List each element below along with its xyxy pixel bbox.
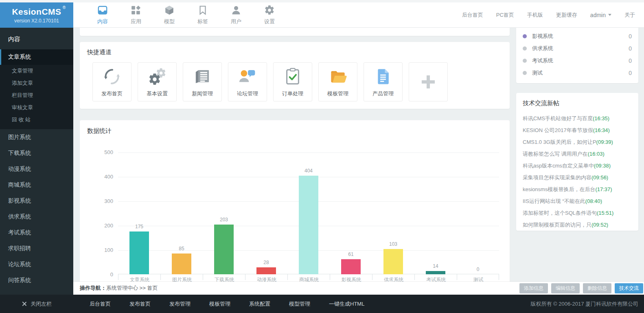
post-time: (08:40) [585, 198, 602, 204]
bar-group[interactable]: 14 [414, 152, 457, 274]
post-link[interactable]: 添加标签时，这个SQL条件语句(15:51) [523, 207, 632, 219]
bullet-dot-icon [523, 34, 527, 38]
link-refresh-cache[interactable]: 更新缓存 [556, 11, 577, 19]
delete-info-button[interactable]: 删除信息 [583, 283, 611, 293]
sidebar-item-exam-system[interactable]: 考试系统 [0, 225, 73, 240]
sidebar-item-recycle-bin[interactable]: 回 收 站 [0, 114, 73, 126]
post-link[interactable]: 如何限制模板页面的访问，只(09:52) [523, 219, 632, 231]
footer-bar: 关闭左栏 后台首页 发布首页 发布管理 模板管理 系统配置 模型管理 一键生成H… [0, 295, 644, 313]
top-nav-label: 用户 [231, 18, 241, 25]
tile-publish-home[interactable]: 发布首页 [92, 62, 131, 101]
news-icon [183, 67, 221, 86]
bar-group[interactable]: 85 [160, 152, 203, 274]
sidebar-item-article-manage[interactable]: 文章管理 [0, 65, 73, 77]
post-link[interactable]: 请教标签怎么写 调用用户在(16:03) [523, 148, 632, 160]
app-logo[interactable]: KesionCMS® version X2.0.170101 [0, 2, 73, 28]
sidebar-item-forum-system[interactable]: 论坛系统 [0, 256, 73, 272]
sidebar-item-supply-system[interactable]: 供求系统 [0, 209, 73, 225]
sidebar-item-image-system[interactable]: 图片系统 [0, 129, 73, 145]
app-version: version X2.0.170101 [14, 18, 59, 24]
refresh-icon [93, 67, 131, 86]
footer-link-backend-home[interactable]: 后台首页 [90, 300, 111, 308]
admin-dashboard: KesionCMS® version X2.0.170101 内容 应用 [0, 0, 644, 313]
tile-label: 发布首页 [93, 90, 131, 97]
top-nav-tags[interactable]: 标签 [191, 5, 214, 25]
edit-info-button[interactable]: 编辑信息 [551, 283, 580, 293]
sidebar-item-job-system[interactable]: 求职招聘 [0, 240, 73, 256]
top-nav-content[interactable]: 内容 [91, 5, 114, 25]
summary-row[interactable]: 测试0 [523, 67, 632, 79]
post-link[interactable]: kesionsms模板替换后，在后台(17:37) [523, 183, 632, 195]
footer-link-template-manage[interactable]: 模板管理 [209, 300, 230, 308]
sidebar-item-article-add[interactable]: 添加文章 [0, 77, 73, 89]
summary-label: 影视系统 [532, 33, 553, 40]
sidebar-item-column-manage[interactable]: 栏目管理 [0, 89, 73, 101]
x-axis-cell: 图片系统 [160, 274, 203, 280]
tech-exchange-button[interactable]: 技术交流 [615, 283, 643, 293]
post-text: CMS1.0 3G版关闭后，如何让P [523, 139, 596, 146]
breadcrumb: 系统管理中心 >> 首页 [106, 284, 158, 292]
x-axis-cell: 文章系统 [118, 274, 160, 280]
top-nav-settings[interactable]: 设置 [258, 5, 281, 25]
close-sidebar-label: 关闭左栏 [31, 300, 52, 308]
tile-basic-settings[interactable]: 基本设置 [138, 62, 177, 101]
footer-link-model-manage[interactable]: 模型管理 [289, 300, 310, 308]
link-mobile[interactable]: 手机版 [527, 11, 543, 19]
tile-order-process[interactable]: 订单处理 [273, 62, 312, 101]
sidebar-group-article: 文章系统 文章管理 添加文章 栏目管理 审核文章 回 收 站 [0, 49, 73, 129]
top-nav-apps[interactable]: 应用 [125, 5, 147, 25]
tile-template-manage[interactable]: 模板管理 [318, 62, 357, 101]
bar-group[interactable]: 203 [203, 152, 245, 274]
post-link[interactable]: KESION 公司2017年春节放假(16:34) [523, 124, 632, 136]
footer-link-system-config[interactable]: 系统配置 [249, 300, 270, 308]
link-about[interactable]: 关于 [624, 11, 635, 19]
sidebar-item-qa-system[interactable]: 问答系统 [0, 272, 73, 288]
tile-product-manage[interactable]: 产品管理 [364, 62, 403, 101]
link-backend-home[interactable]: 后台首页 [462, 11, 483, 19]
post-link[interactable]: CMS1.0 3G版关闭后，如何让P(09:39) [523, 136, 632, 148]
bar-group[interactable]: 404 [287, 152, 330, 274]
sidebar-item-anime-system[interactable]: 动漫系统 [0, 161, 73, 177]
post-link[interactable]: IIS运行网站出现 “不能在此(08:40) [523, 195, 632, 207]
footer-link-publish-manage[interactable]: 发布管理 [169, 300, 191, 308]
post-link[interactable]: 采集项目怎样实现采集的内容(09:56) [523, 172, 632, 183]
post-time: (16:03) [588, 151, 605, 157]
sidebar-item-article-review[interactable]: 审核文章 [0, 101, 73, 114]
sidebar-item-download-system[interactable]: 下载系统 [0, 145, 73, 161]
bar-group[interactable]: 61 [330, 152, 372, 274]
add-info-button[interactable]: 添加信息 [519, 283, 548, 293]
post-link[interactable]: 科讯CMS手机站做好了与百度(16:35) [523, 112, 632, 124]
summary-label: 供求系统 [532, 45, 553, 52]
tile-label: 订单处理 [274, 90, 312, 97]
summary-row[interactable]: 供求系统0 [523, 42, 632, 55]
bar-group[interactable]: 175 [118, 152, 160, 274]
post-time: (16:34) [593, 127, 610, 133]
top-nav-users[interactable]: 用户 [225, 5, 248, 25]
username: admin [590, 12, 606, 18]
link-pc-home[interactable]: PC首页 [496, 11, 514, 19]
tile-news-manage[interactable]: 新闻管理 [183, 62, 222, 101]
x-axis-cell: 商城系统 [287, 274, 330, 280]
tile-forum-manage[interactable]: 论坛管理 [228, 62, 267, 101]
product-icon [364, 67, 402, 86]
footer-link-generate-html[interactable]: 一键生成HTML [329, 300, 364, 308]
top-nav-model[interactable]: 模型 [158, 5, 181, 25]
user-menu[interactable]: admin [590, 12, 611, 18]
sidebar-item-mall-system[interactable]: 商城系统 [0, 177, 73, 193]
bar [129, 231, 149, 274]
apps-icon [131, 5, 141, 17]
bar-group[interactable]: 0 [457, 152, 499, 274]
bar [172, 253, 191, 274]
tile-add-shortcut[interactable] [409, 62, 448, 101]
close-sidebar-button[interactable]: 关闭左栏 [0, 300, 73, 308]
summary-label: 测试 [532, 69, 543, 77]
post-link[interactable]: 科讯asp版本cms自定义菜单中(09:38) [523, 160, 632, 172]
summary-row[interactable]: 考试系统0 [523, 55, 632, 67]
bar-group[interactable]: 103 [372, 152, 414, 274]
post-time: (09:56) [591, 174, 608, 181]
sidebar-item-video-system[interactable]: 影视系统 [0, 193, 73, 209]
sidebar-item-article-system[interactable]: 文章系统 [0, 49, 73, 65]
footer-link-publish-home[interactable]: 发布首页 [129, 300, 151, 308]
summary-row[interactable]: 影视系统0 [523, 30, 632, 42]
bar-group[interactable]: 28 [245, 152, 287, 274]
